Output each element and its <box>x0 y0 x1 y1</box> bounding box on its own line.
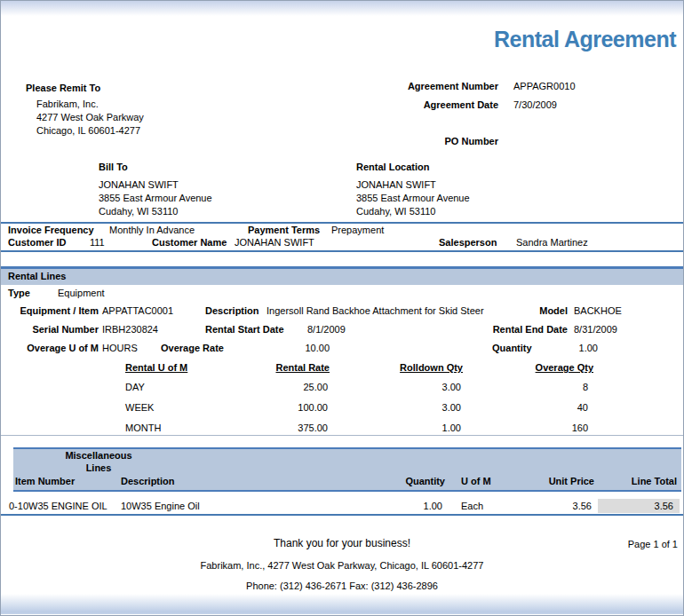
overage-uom-value: HOURS <box>102 343 138 354</box>
account-band-top-rule <box>1 222 683 224</box>
rate-row-rolldown: 3.00 <box>374 382 461 393</box>
bill-to-line: 3855 East Armour Avenue <box>99 192 212 205</box>
footer-page-number: Page 1 of 1 <box>534 539 678 550</box>
rental-location-line: JONAHAN SWIFT <box>356 178 470 192</box>
footer-phone-line: Phone: (312) 436-2671 Fax: (312) 436-289… <box>1 580 683 592</box>
remit-address-line: Chicago, IL 60601-4277 <box>36 124 144 138</box>
rate-row-uom: WEEK <box>125 402 154 414</box>
agreement-number-value: APPAGR0010 <box>513 81 576 92</box>
serial-number-label: Serial Number <box>1 324 99 336</box>
misc-row-quantity: 1.00 <box>374 501 442 512</box>
salesperson-label: Salesperson <box>439 237 497 249</box>
rental-lines-bottom-rule <box>1 435 683 436</box>
top-gradient-bar <box>1 1 683 16</box>
rate-row-rate: 25.00 <box>250 382 328 393</box>
overage-rate-value: 10.00 <box>267 343 330 354</box>
agreement-date-label: Agreement Date <box>356 99 498 111</box>
bottom-gradient-bar <box>1 594 683 614</box>
misc-header-line-total: Line Total <box>606 476 677 487</box>
agreement-number-label: Agreement Number <box>356 81 498 92</box>
misc-header-description: Description <box>121 476 175 487</box>
rental-start-date-value: 8/1/2009 <box>307 324 346 336</box>
rate-row-rolldown: 1.00 <box>374 423 461 434</box>
remit-address-line: Fabrikam, Inc. <box>36 98 144 111</box>
description-value: Ingersoll Rand Backhoe Attachment for Sk… <box>266 305 484 317</box>
misc-lines-title-line2: Lines <box>52 462 145 474</box>
rate-row-overage: 160 <box>505 423 588 434</box>
page-title: Rental Agreement <box>494 27 676 51</box>
bill-to-line: JONAHAN SWIFT <box>99 178 212 192</box>
customer-id-value: 111 <box>90 237 105 249</box>
rate-table-header-overage: Overage Qty <box>505 362 593 374</box>
footer-company-line: Fabrikam, Inc., 4277 West Oak Parkway, C… <box>1 560 683 572</box>
rental-end-date-value: 8/31/2009 <box>574 324 617 336</box>
invoice-frequency-value: Monthly In Advance <box>109 225 195 236</box>
payment-terms-value: Prepayment <box>331 225 384 236</box>
model-value: BACKHOE <box>574 305 622 317</box>
misc-header-unit-price: Unit Price <box>523 476 594 487</box>
customer-name-value: JONAHAN SWIFT <box>235 237 314 249</box>
customer-id-label: Customer ID <box>8 237 66 249</box>
salesperson-value: Sandra Martinez <box>516 237 588 249</box>
quantity-label: Quantity <box>492 343 532 354</box>
rate-row-uom: MONTH <box>125 423 161 434</box>
type-label: Type <box>8 288 30 299</box>
rental-location-line: 3855 East Armour Avenue <box>356 192 470 205</box>
account-band-bottom-rule <box>1 250 683 252</box>
bill-to-address: JONAHAN SWIFT 3855 East Armour Avenue Cu… <box>99 178 212 218</box>
remit-to-label: Please Remit To <box>26 83 100 94</box>
misc-row-uom: Each <box>461 501 483 512</box>
rental-start-date-label: Rental Start Date <box>205 324 284 336</box>
rate-table-header-rate: Rental Rate <box>250 362 330 374</box>
rental-location-line: Cudahy, WI 53110 <box>356 205 470 218</box>
rate-table-header-uom: Rental U of M <box>125 362 187 374</box>
po-number-label: PO Number <box>356 136 498 147</box>
payment-terms-label: Payment Terms <box>248 225 320 236</box>
serial-number-value: IRBH230824 <box>102 324 158 336</box>
rate-row-rolldown: 3.00 <box>374 402 461 414</box>
remit-address-line: 4277 West Oak Parkway <box>36 111 144 124</box>
misc-row-line-total: 3.56 <box>605 501 673 512</box>
rental-lines-section-header: Rental Lines <box>1 266 684 285</box>
rental-end-date-label: Rental End Date <box>481 324 568 336</box>
equipment-item-label: Equipment / Item <box>1 305 99 317</box>
rate-row-overage: 40 <box>505 402 588 414</box>
misc-row-description: 10W35 Engine Oil <box>121 501 200 512</box>
rental-location-address: JONAHAN SWIFT 3855 East Armour Avenue Cu… <box>356 178 470 218</box>
misc-header-uom: U of M <box>461 476 491 487</box>
quantity-value: 1.00 <box>534 343 598 354</box>
misc-row-unit-price: 3.56 <box>523 501 592 512</box>
model-label: Model <box>498 305 568 317</box>
rate-table-header-rolldown: Rolldown Qty <box>374 362 463 374</box>
misc-header-quantity: Quantity <box>374 476 445 487</box>
invoice-frequency-label: Invoice Frequency <box>8 225 94 236</box>
type-value: Equipment <box>58 288 105 299</box>
overage-uom-label: Overage U of M <box>1 343 99 354</box>
customer-name-label: Customer Name <box>152 237 227 249</box>
equipment-item-value: APPATTAC0001 <box>102 305 173 317</box>
agreement-date-value: 7/30/2009 <box>513 99 557 111</box>
rate-row-rate: 100.00 <box>250 402 328 414</box>
overage-rate-label: Overage Rate <box>161 343 224 354</box>
rate-row-uom: DAY <box>125 382 145 393</box>
bill-to-line: Cudahy, WI 53110 <box>99 205 212 218</box>
rental-location-label: Rental Location <box>356 162 430 173</box>
misc-lines-title-line1: Miscellaneous <box>52 450 145 462</box>
bill-to-label: Bill To <box>99 162 128 173</box>
rental-agreement-report: Rental Agreement Please Remit To Fabrika… <box>0 0 684 616</box>
description-label: Description <box>205 305 259 317</box>
rate-row-rate: 375.00 <box>250 423 328 434</box>
misc-lines-bottom-rule <box>1 514 683 516</box>
remit-to-address: Fabrikam, Inc. 4277 West Oak Parkway Chi… <box>36 98 144 138</box>
rate-row-overage: 8 <box>505 382 588 393</box>
misc-header-item-number: Item Number <box>15 476 75 487</box>
misc-row-item-number: 0-10W35 ENGINE OIL <box>9 501 107 512</box>
